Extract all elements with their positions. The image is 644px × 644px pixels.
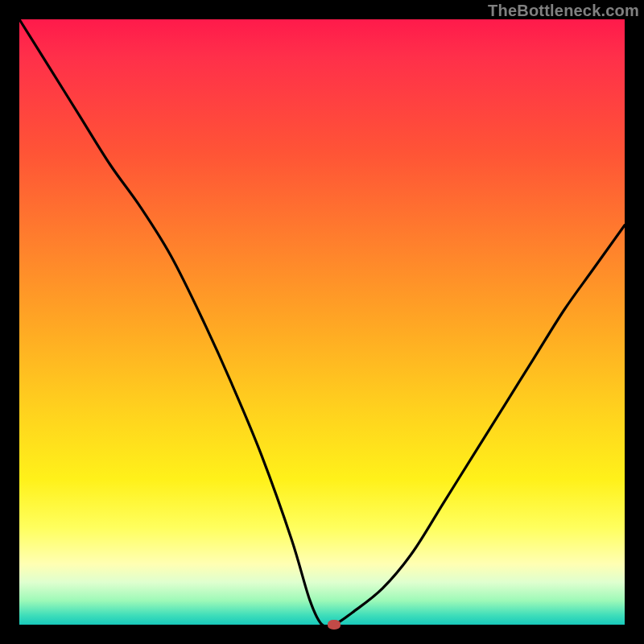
chart-frame: TheBottleneck.com [0,0,644,644]
curve-path [19,19,625,627]
plot-area [19,19,625,625]
watermark-text: TheBottleneck.com [488,2,639,20]
minimum-marker [328,620,341,630]
bottleneck-curve [19,19,625,625]
